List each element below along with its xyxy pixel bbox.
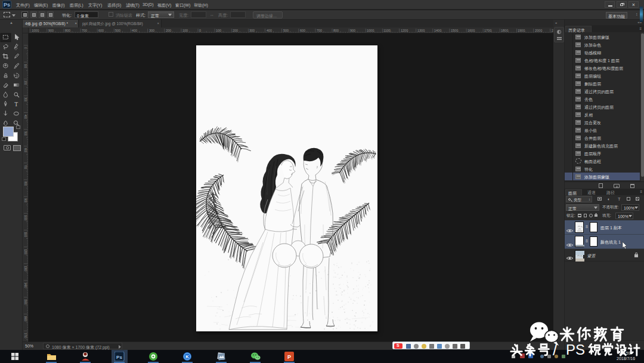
svg-text:1000: 1000	[367, 29, 374, 32]
svg-text:/: /	[553, 341, 558, 359]
svg-text:1000: 1000	[24, 215, 27, 221]
svg-text:700: 700	[317, 29, 322, 32]
svg-text:900: 900	[24, 198, 27, 203]
svg-text:1400: 1400	[434, 29, 441, 32]
svg-text:600: 600	[98, 29, 104, 32]
svg-text:1600: 1600	[24, 316, 27, 322]
svg-text:300: 300	[149, 29, 154, 32]
svg-text:800: 800	[24, 182, 27, 186]
svg-text:1000: 1000	[32, 29, 39, 32]
svg-text:1300: 1300	[417, 29, 425, 32]
svg-text:1800: 1800	[501, 29, 508, 32]
svg-text:T: T	[14, 101, 18, 107]
svg-text:200: 200	[24, 81, 27, 85]
svg-text:500: 500	[115, 29, 120, 32]
svg-text:P: P	[287, 354, 291, 360]
svg-text:800: 800	[65, 29, 70, 32]
svg-text:300: 300	[24, 97, 27, 102]
svg-text:500: 500	[283, 29, 289, 32]
svg-text:1600: 1600	[467, 29, 475, 32]
svg-text:400: 400	[132, 29, 137, 32]
svg-text:700: 700	[82, 29, 87, 32]
svg-text:1700: 1700	[24, 333, 27, 339]
svg-text:2000: 2000	[535, 29, 542, 32]
svg-text:PS: PS	[566, 342, 585, 358]
svg-text:300: 300	[249, 29, 255, 32]
svg-text:1400: 1400	[24, 282, 27, 288]
svg-text:900: 900	[48, 29, 54, 32]
svg-text:500: 500	[24, 131, 27, 136]
svg-text:Ps: Ps	[116, 355, 122, 360]
svg-text:1100: 1100	[24, 232, 27, 237]
svg-text:600: 600	[300, 29, 305, 32]
svg-text:400: 400	[267, 29, 272, 32]
svg-text:1300: 1300	[24, 266, 27, 272]
svg-text:1500: 1500	[451, 29, 458, 32]
svg-text:100: 100	[24, 64, 27, 69]
svg-text:900: 900	[350, 29, 355, 32]
svg-text:600: 600	[24, 148, 27, 153]
svg-text:100: 100	[182, 29, 188, 32]
svg-text:1900: 1900	[518, 29, 525, 32]
svg-text:1200: 1200	[24, 249, 27, 255]
svg-text:1500: 1500	[24, 299, 27, 305]
svg-text:1200: 1200	[401, 29, 408, 32]
svg-text:K: K	[185, 354, 189, 359]
svg-text:200: 200	[166, 29, 171, 32]
svg-text:400: 400	[24, 115, 27, 119]
svg-text:200: 200	[233, 29, 238, 32]
svg-text:100: 100	[216, 29, 221, 32]
svg-text:1100: 1100	[383, 29, 391, 32]
svg-text:1700: 1700	[484, 29, 491, 32]
svg-text:800: 800	[333, 29, 339, 32]
svg-text:0: 0	[199, 29, 201, 32]
svg-text:700: 700	[24, 165, 27, 170]
